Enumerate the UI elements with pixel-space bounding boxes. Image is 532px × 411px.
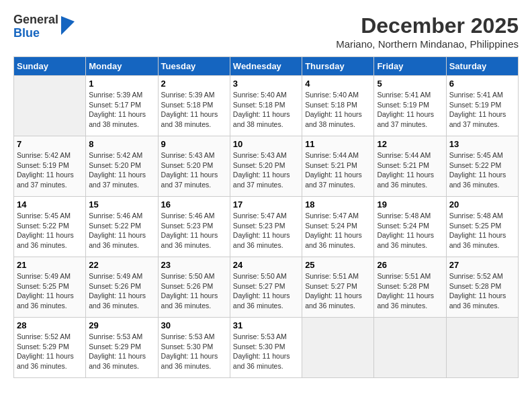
cell-info: Sunrise: 5:52 AMSunset: 5:28 PMDaylight:…	[449, 271, 515, 311]
cell-info: Sunrise: 5:49 AMSunset: 5:25 PMDaylight:…	[17, 271, 83, 311]
calendar-cell	[302, 318, 374, 378]
calendar-cell: 15Sunrise: 5:46 AMSunset: 5:22 PMDayligh…	[86, 197, 158, 257]
day-number: 10	[233, 139, 299, 149]
calendar-cell: 13Sunrise: 5:45 AMSunset: 5:22 PMDayligh…	[446, 136, 518, 197]
calendar-cell	[374, 318, 446, 378]
column-header-friday: Friday	[374, 57, 446, 76]
calendar-week-row: 14Sunrise: 5:45 AMSunset: 5:22 PMDayligh…	[14, 197, 519, 257]
cell-info: Sunrise: 5:46 AMSunset: 5:22 PMDaylight:…	[89, 211, 154, 250]
day-number: 30	[161, 320, 227, 330]
calendar-cell: 3Sunrise: 5:40 AMSunset: 5:18 PMDaylight…	[230, 76, 302, 136]
calendar-week-row: 7Sunrise: 5:42 AMSunset: 5:19 PMDaylight…	[14, 136, 519, 197]
calendar-cell: 1Sunrise: 5:39 AMSunset: 5:17 PMDaylight…	[86, 76, 158, 136]
cell-info: Sunrise: 5:39 AMSunset: 5:18 PMDaylight:…	[161, 90, 227, 130]
calendar-week-row: 21Sunrise: 5:49 AMSunset: 5:25 PMDayligh…	[14, 257, 519, 318]
day-number: 17	[233, 199, 299, 210]
day-number: 23	[161, 260, 227, 270]
day-number: 25	[305, 260, 371, 270]
calendar-cell: 4Sunrise: 5:40 AMSunset: 5:18 PMDaylight…	[302, 76, 374, 136]
day-number: 28	[17, 320, 83, 330]
cell-info: Sunrise: 5:40 AMSunset: 5:18 PMDaylight:…	[233, 90, 299, 130]
page-header: General Blue December 2025 Mariano, Nort…	[13, 13, 519, 50]
calendar-table: SundayMondayTuesdayWednesdayThursdayFrid…	[13, 56, 519, 378]
cell-info: Sunrise: 5:49 AMSunset: 5:26 PMDaylight:…	[89, 271, 154, 311]
calendar-cell: 5Sunrise: 5:41 AMSunset: 5:19 PMDaylight…	[374, 76, 446, 136]
cell-info: Sunrise: 5:53 AMSunset: 5:30 PMDaylight:…	[161, 332, 227, 371]
column-header-monday: Monday	[86, 57, 158, 76]
day-number: 3	[233, 79, 299, 89]
calendar-cell: 26Sunrise: 5:51 AMSunset: 5:28 PMDayligh…	[374, 257, 446, 318]
calendar-cell: 31Sunrise: 5:53 AMSunset: 5:30 PMDayligh…	[230, 318, 302, 378]
logo-icon	[61, 16, 75, 35]
day-number: 8	[89, 139, 154, 149]
cell-info: Sunrise: 5:44 AMSunset: 5:21 PMDaylight:…	[377, 150, 443, 190]
day-number: 22	[89, 260, 154, 270]
cell-info: Sunrise: 5:50 AMSunset: 5:26 PMDaylight:…	[161, 271, 227, 311]
calendar-week-row: 28Sunrise: 5:52 AMSunset: 5:29 PMDayligh…	[14, 318, 519, 378]
cell-info: Sunrise: 5:41 AMSunset: 5:19 PMDaylight:…	[377, 90, 443, 130]
calendar-cell: 28Sunrise: 5:52 AMSunset: 5:29 PMDayligh…	[14, 318, 86, 378]
day-number: 19	[377, 199, 443, 210]
day-number: 4	[305, 79, 371, 89]
calendar-body: 1Sunrise: 5:39 AMSunset: 5:17 PMDaylight…	[14, 76, 519, 378]
day-number: 14	[17, 199, 83, 210]
day-number: 31	[233, 320, 299, 330]
cell-info: Sunrise: 5:45 AMSunset: 5:22 PMDaylight:…	[17, 211, 83, 250]
calendar-cell: 27Sunrise: 5:52 AMSunset: 5:28 PMDayligh…	[446, 257, 518, 318]
calendar-cell: 16Sunrise: 5:46 AMSunset: 5:23 PMDayligh…	[158, 197, 230, 257]
cell-info: Sunrise: 5:46 AMSunset: 5:23 PMDaylight:…	[161, 211, 227, 250]
calendar-cell: 29Sunrise: 5:53 AMSunset: 5:29 PMDayligh…	[86, 318, 158, 378]
day-number: 16	[161, 199, 227, 210]
logo-general: General	[13, 13, 58, 27]
cell-info: Sunrise: 5:53 AMSunset: 5:29 PMDaylight:…	[89, 332, 154, 371]
column-header-thursday: Thursday	[302, 57, 374, 76]
calendar-cell: 2Sunrise: 5:39 AMSunset: 5:18 PMDaylight…	[158, 76, 230, 136]
cell-info: Sunrise: 5:50 AMSunset: 5:27 PMDaylight:…	[233, 271, 299, 311]
cell-info: Sunrise: 5:47 AMSunset: 5:23 PMDaylight:…	[233, 211, 299, 250]
day-number: 9	[161, 139, 227, 149]
cell-info: Sunrise: 5:43 AMSunset: 5:20 PMDaylight:…	[233, 150, 299, 190]
calendar-cell: 8Sunrise: 5:42 AMSunset: 5:20 PMDaylight…	[86, 136, 158, 197]
calendar-cell: 7Sunrise: 5:42 AMSunset: 5:19 PMDaylight…	[14, 136, 86, 197]
logo-text: General Blue	[13, 13, 58, 40]
column-header-saturday: Saturday	[446, 57, 518, 76]
cell-info: Sunrise: 5:52 AMSunset: 5:29 PMDaylight:…	[17, 332, 83, 371]
month-title: December 2025	[336, 13, 519, 38]
calendar-cell: 11Sunrise: 5:44 AMSunset: 5:21 PMDayligh…	[302, 136, 374, 197]
location-title: Mariano, Northern Mindanao, Philippines	[336, 38, 519, 50]
day-number: 26	[377, 260, 443, 270]
day-number: 15	[89, 199, 154, 210]
column-header-wednesday: Wednesday	[230, 57, 302, 76]
day-number: 20	[449, 199, 515, 210]
calendar-cell: 24Sunrise: 5:50 AMSunset: 5:27 PMDayligh…	[230, 257, 302, 318]
calendar-cell: 20Sunrise: 5:48 AMSunset: 5:25 PMDayligh…	[446, 197, 518, 257]
cell-info: Sunrise: 5:40 AMSunset: 5:18 PMDaylight:…	[305, 90, 371, 130]
calendar-cell: 21Sunrise: 5:49 AMSunset: 5:25 PMDayligh…	[14, 257, 86, 318]
cell-info: Sunrise: 5:41 AMSunset: 5:19 PMDaylight:…	[449, 90, 515, 130]
day-number: 11	[305, 139, 371, 149]
calendar-cell: 10Sunrise: 5:43 AMSunset: 5:20 PMDayligh…	[230, 136, 302, 197]
calendar-cell: 17Sunrise: 5:47 AMSunset: 5:23 PMDayligh…	[230, 197, 302, 257]
logo-blue: Blue	[13, 27, 58, 40]
day-number: 21	[17, 260, 83, 270]
day-number: 13	[449, 139, 515, 149]
calendar-header-row: SundayMondayTuesdayWednesdayThursdayFrid…	[14, 57, 519, 76]
day-number: 12	[377, 139, 443, 149]
cell-info: Sunrise: 5:42 AMSunset: 5:19 PMDaylight:…	[17, 150, 83, 190]
day-number: 5	[377, 79, 443, 89]
calendar-cell	[14, 76, 86, 136]
logo: General Blue	[13, 13, 75, 40]
calendar-cell: 30Sunrise: 5:53 AMSunset: 5:30 PMDayligh…	[158, 318, 230, 378]
column-header-sunday: Sunday	[14, 57, 86, 76]
cell-info: Sunrise: 5:53 AMSunset: 5:30 PMDaylight:…	[233, 332, 299, 371]
cell-info: Sunrise: 5:42 AMSunset: 5:20 PMDaylight:…	[89, 150, 154, 190]
day-number: 1	[89, 79, 154, 89]
calendar-cell: 12Sunrise: 5:44 AMSunset: 5:21 PMDayligh…	[374, 136, 446, 197]
cell-info: Sunrise: 5:43 AMSunset: 5:20 PMDaylight:…	[161, 150, 227, 190]
day-number: 27	[449, 260, 515, 270]
cell-info: Sunrise: 5:39 AMSunset: 5:17 PMDaylight:…	[89, 90, 154, 130]
cell-info: Sunrise: 5:48 AMSunset: 5:25 PMDaylight:…	[449, 211, 515, 250]
day-number: 18	[305, 199, 371, 210]
day-number: 7	[17, 139, 83, 149]
calendar-cell: 23Sunrise: 5:50 AMSunset: 5:26 PMDayligh…	[158, 257, 230, 318]
